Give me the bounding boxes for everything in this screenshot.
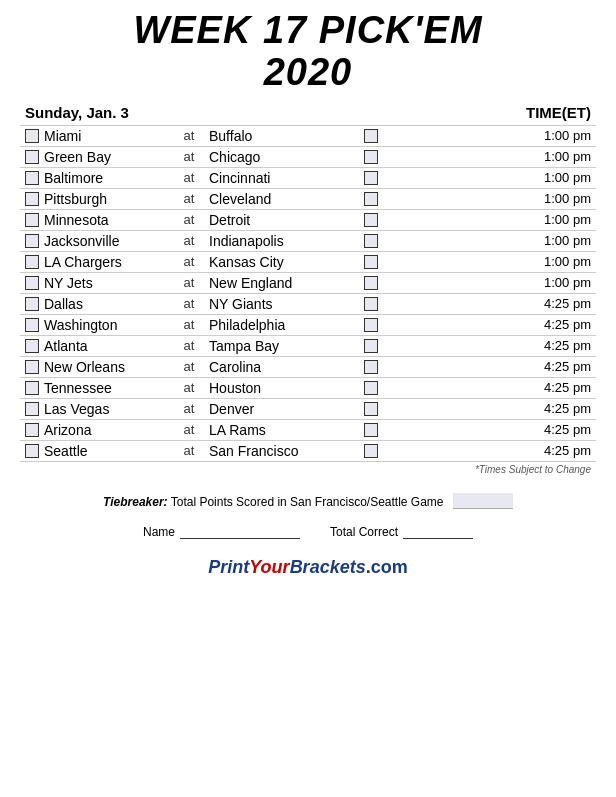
at-label: at <box>174 275 204 290</box>
tiebreaker-section: Tiebreaker: Total Points Scored in San F… <box>20 493 596 509</box>
home-checkbox[interactable] <box>364 360 378 374</box>
brand-com: com <box>371 557 408 577</box>
home-checkbox[interactable] <box>364 192 378 206</box>
away-checkbox[interactable] <box>25 192 39 206</box>
at-label: at <box>174 296 204 311</box>
times-note: *Times Subject to Change <box>20 464 596 475</box>
table-row: New Orleans at Carolina 4:25 pm <box>20 356 596 377</box>
table-row: Las Vegas at Denver 4:25 pm <box>20 398 596 419</box>
away-checkbox[interactable] <box>25 297 39 311</box>
home-checkbox[interactable] <box>364 150 378 164</box>
home-team: Buffalo <box>209 128 359 144</box>
away-team: Baltimore <box>44 170 174 186</box>
home-checkbox[interactable] <box>364 402 378 416</box>
away-team: LA Chargers <box>44 254 174 270</box>
tiebreaker-text: Total Points Scored in San Francisco/Sea… <box>171 495 444 509</box>
away-team: Atlanta <box>44 338 174 354</box>
at-label: at <box>174 443 204 458</box>
brand: PrintYourBrackets.com <box>20 557 596 578</box>
game-time: 4:25 pm <box>526 296 591 311</box>
at-label: at <box>174 233 204 248</box>
home-checkbox[interactable] <box>364 444 378 458</box>
at-label: at <box>174 254 204 269</box>
game-time: 4:25 pm <box>526 401 591 416</box>
away-team: Seattle <box>44 443 174 459</box>
home-checkbox[interactable] <box>364 423 378 437</box>
table-row: Miami at Buffalo 1:00 pm <box>20 125 596 146</box>
home-checkbox[interactable] <box>364 297 378 311</box>
away-team: Minnesota <box>44 212 174 228</box>
table-row: LA Chargers at Kansas City 1:00 pm <box>20 251 596 272</box>
home-checkbox[interactable] <box>364 234 378 248</box>
name-field: Name <box>143 523 300 539</box>
away-checkbox[interactable] <box>25 129 39 143</box>
home-checkbox[interactable] <box>364 339 378 353</box>
at-label: at <box>174 191 204 206</box>
game-time: 4:25 pm <box>526 443 591 458</box>
tiebreaker-input[interactable] <box>453 493 513 509</box>
away-checkbox[interactable] <box>25 402 39 416</box>
home-checkbox[interactable] <box>364 381 378 395</box>
at-label: at <box>174 359 204 374</box>
away-checkbox[interactable] <box>25 381 39 395</box>
away-team: Tennessee <box>44 380 174 396</box>
away-checkbox[interactable] <box>25 255 39 269</box>
away-checkbox[interactable] <box>25 444 39 458</box>
away-checkbox[interactable] <box>25 171 39 185</box>
away-checkbox[interactable] <box>25 423 39 437</box>
away-checkbox[interactable] <box>25 339 39 353</box>
game-time: 4:25 pm <box>526 422 591 437</box>
at-label: at <box>174 422 204 437</box>
table-row: Jacksonville at Indianapolis 1:00 pm <box>20 230 596 251</box>
table-row: Green Bay at Chicago 1:00 pm <box>20 146 596 167</box>
brand-print: Print <box>208 557 249 577</box>
home-team: Philadelphia <box>209 317 359 333</box>
at-label: at <box>174 380 204 395</box>
at-label: at <box>174 401 204 416</box>
home-team: Cleveland <box>209 191 359 207</box>
away-team: NY Jets <box>44 275 174 291</box>
tiebreaker-label: Tiebreaker: <box>103 495 167 509</box>
game-time: 1:00 pm <box>526 149 591 164</box>
home-checkbox[interactable] <box>364 129 378 143</box>
home-team: LA Rams <box>209 422 359 438</box>
game-time: 4:25 pm <box>526 338 591 353</box>
away-team: Washington <box>44 317 174 333</box>
home-team: NY Giants <box>209 296 359 312</box>
home-team: New England <box>209 275 359 291</box>
home-team: Cincinnati <box>209 170 359 186</box>
home-checkbox[interactable] <box>364 318 378 332</box>
away-team: Arizona <box>44 422 174 438</box>
game-time: 4:25 pm <box>526 380 591 395</box>
table-row: Seattle at San Francisco 4:25 pm <box>20 440 596 462</box>
home-checkbox[interactable] <box>364 276 378 290</box>
home-team: Indianapolis <box>209 233 359 249</box>
away-checkbox[interactable] <box>25 276 39 290</box>
away-team: Jacksonville <box>44 233 174 249</box>
at-label: at <box>174 128 204 143</box>
page-title: WEEK 17 PICK'EM 2020 <box>20 10 596 94</box>
name-input[interactable] <box>180 523 300 539</box>
away-team: Dallas <box>44 296 174 312</box>
away-checkbox[interactable] <box>25 213 39 227</box>
game-time: 1:00 pm <box>526 212 591 227</box>
home-team: Carolina <box>209 359 359 375</box>
home-team: Houston <box>209 380 359 396</box>
time-header: TIME(ET) <box>526 104 591 121</box>
brand-brackets: Brackets <box>290 557 366 577</box>
away-checkbox[interactable] <box>25 318 39 332</box>
home-checkbox[interactable] <box>364 213 378 227</box>
home-checkbox[interactable] <box>364 255 378 269</box>
home-team: Kansas City <box>209 254 359 270</box>
away-checkbox[interactable] <box>25 150 39 164</box>
away-checkbox[interactable] <box>25 360 39 374</box>
home-checkbox[interactable] <box>364 171 378 185</box>
brand-your: Your <box>249 557 289 577</box>
total-correct-field: Total Correct <box>330 523 473 539</box>
total-correct-input[interactable] <box>403 523 473 539</box>
day-header: Sunday, Jan. 3 TIME(ET) <box>20 104 596 121</box>
table-row: Dallas at NY Giants 4:25 pm <box>20 293 596 314</box>
away-team: Miami <box>44 128 174 144</box>
away-checkbox[interactable] <box>25 234 39 248</box>
away-team: New Orleans <box>44 359 174 375</box>
